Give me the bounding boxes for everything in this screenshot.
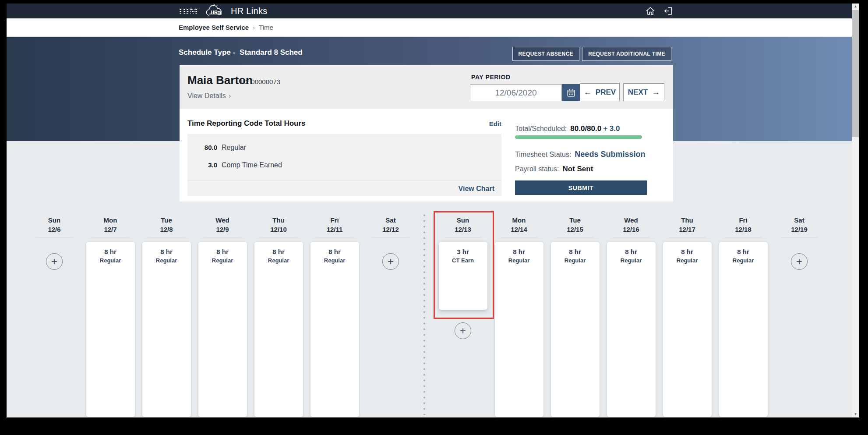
time-entry-card[interactable]: 8 hr Regular	[254, 242, 303, 417]
week-divider	[419, 209, 435, 417]
entry-code: Regular	[311, 257, 359, 264]
view-details-link[interactable]: View Details›	[187, 92, 231, 100]
trc-row: 80.0 Regular	[187, 144, 501, 152]
time-entry-card[interactable]: 8 hr Regular	[719, 242, 768, 417]
day-header: Fri12/11	[327, 209, 343, 234]
prev-pay-period-button[interactable]: ← PREV	[580, 83, 620, 101]
entry-hours: 8 hr	[198, 248, 247, 255]
sign-out-icon[interactable]	[663, 6, 673, 16]
day-column-tue-12-15: Tue12/15 8 hr Regular	[547, 209, 603, 417]
add-time-button[interactable]: +	[791, 253, 808, 270]
time-entry-card-selected[interactable]: 3 hr CT Earn	[439, 242, 487, 310]
time-entry-card[interactable]: 8 hr Regular	[198, 242, 247, 417]
scroll-up-arrow-icon[interactable]: ▲	[852, 4, 859, 10]
day-column-mon-12-14: Mon12/14 8 hr Regular	[491, 209, 547, 417]
day-column-mon-12-7: Mon12/7 8 hr Regular	[82, 209, 138, 417]
add-time-button[interactable]: +	[455, 322, 471, 339]
breadcrumb-employee-self-service[interactable]: Employee Self Service	[179, 24, 249, 31]
submit-button[interactable]: SUBMIT	[515, 180, 647, 195]
vertical-scrollbar[interactable]: ▲ ▼	[852, 4, 859, 417]
time-entry-card[interactable]: 8 hr Regular	[311, 242, 359, 417]
schedule-type-value: Standard 8 Sched	[240, 48, 303, 57]
entry-hours: 8 hr	[495, 248, 543, 255]
time-entry-card[interactable]: 8 hr Regular	[551, 242, 600, 417]
entry-code: Regular	[551, 257, 600, 264]
scroll-down-arrow-icon[interactable]: ▼	[852, 411, 859, 417]
day-header-rule	[724, 237, 762, 238]
day-header-rule	[35, 237, 73, 238]
entry-hours: 8 hr	[607, 248, 656, 255]
day-header-rule	[204, 237, 241, 238]
day-column-fri-12-18: Fri12/18 8 hr Regular	[715, 209, 771, 417]
add-time-button[interactable]: +	[46, 253, 63, 270]
day-header: Tue12/8	[160, 209, 173, 234]
time-entry-card[interactable]: 8 hr Regular	[495, 242, 543, 417]
breadcrumb-separator: ›	[253, 24, 255, 31]
time-entry-card[interactable]: 8 hr Regular	[86, 242, 135, 417]
entry-hours: 8 hr	[86, 248, 135, 255]
schedule-type-title: Schedule Type -Standard 8 Sched	[179, 48, 303, 57]
entry-hours: 8 hr	[663, 248, 712, 255]
pay-period-date-input[interactable]	[470, 84, 562, 101]
trc-footer: View Chart	[187, 180, 501, 196]
entry-code: Regular	[719, 257, 768, 264]
day-header-rule	[556, 237, 594, 238]
timesheet-summary-card: Maia Barton ID: 00000073 View Details› P…	[180, 65, 673, 202]
top-nav-bar: IBM HR HR Links	[7, 4, 859, 18]
day-column-sun-12-6: Sun12/6 +	[26, 209, 82, 417]
entry-code: Regular	[663, 257, 712, 264]
time-entry-card[interactable]: 8 hr Regular	[607, 242, 656, 417]
day-header-rule	[260, 237, 297, 238]
day-header: Wed12/16	[623, 209, 639, 234]
day-header: Mon12/7	[104, 209, 117, 234]
timesheet-status-value: Needs Submission	[575, 150, 645, 159]
next-pay-period-button[interactable]: NEXT →	[623, 83, 664, 101]
day-column-thu-12-10: Thu12/10 8 hr Regular	[251, 209, 307, 417]
day-column-sun-12-13: Sun12/13 3 hr CT Earn +	[435, 209, 491, 417]
pay-period-label: PAY PERIOD	[471, 74, 511, 81]
payroll-status-row: Payroll status:Not Sent	[515, 165, 593, 173]
day-header-rule	[148, 237, 185, 238]
request-additional-time-button[interactable]: REQUEST ADDITIONAL TIME	[582, 47, 671, 61]
day-column-sat-12-19: Sat12/19 +	[771, 209, 827, 417]
entry-code: Regular	[86, 257, 135, 264]
day-header-rule	[668, 237, 706, 238]
dotted-week-separator	[423, 212, 425, 415]
day-column-fri-12-11: Fri12/11 8 hr Regular	[307, 209, 363, 417]
scrollbar-thumb[interactable]	[852, 10, 859, 137]
day-header-rule	[612, 237, 650, 238]
calendar-picker-button[interactable]	[562, 84, 580, 101]
ibm-logo: IBM	[179, 6, 198, 17]
entry-code: CT Earn	[439, 257, 487, 264]
add-time-button[interactable]: +	[382, 253, 399, 270]
time-entry-card[interactable]: 8 hr Regular	[663, 242, 712, 417]
day-header: Sat12/12	[382, 209, 399, 234]
timesheet-status-row: Timesheet Status:Needs Submission	[515, 150, 645, 159]
time-entry-card[interactable]: 8 hr Regular	[142, 242, 191, 417]
trc-total-hours-title: Time Reporting Code Total Hours	[187, 119, 306, 128]
trc-label: Comp Time Earned	[222, 161, 282, 169]
day-header: Tue12/15	[567, 209, 583, 234]
trc-row: 3.0 Comp Time Earned	[187, 161, 501, 169]
day-header: Mon12/14	[511, 209, 527, 234]
hours-progress-bar	[515, 135, 642, 139]
edit-link[interactable]: Edit	[488, 120, 501, 127]
day-column-tue-12-8: Tue12/8 8 hr Regular	[138, 209, 194, 417]
svg-text:HR: HR	[211, 10, 218, 15]
request-absence-button[interactable]: REQUEST ABSENCE	[512, 47, 580, 61]
entry-hours: 8 hr	[311, 248, 359, 255]
day-header: Thu12/10	[270, 209, 287, 234]
trc-hours: 3.0	[199, 161, 217, 169]
hr-cloud-logo: HR	[205, 4, 225, 18]
arrow-left-icon: ←	[584, 88, 592, 97]
day-header: Wed12/9	[215, 209, 229, 234]
home-icon[interactable]	[645, 6, 656, 16]
hours-progress-fill	[515, 135, 642, 139]
view-chart-link[interactable]: View Chart	[459, 185, 494, 193]
day-header: Sat12/19	[791, 209, 808, 234]
day-header-rule	[92, 237, 129, 238]
day-header: Sun12/6	[48, 209, 60, 234]
entry-code: Regular	[495, 257, 543, 264]
day-header: Thu12/17	[679, 209, 695, 234]
day-column-wed-12-9: Wed12/9 8 hr Regular	[194, 209, 251, 417]
